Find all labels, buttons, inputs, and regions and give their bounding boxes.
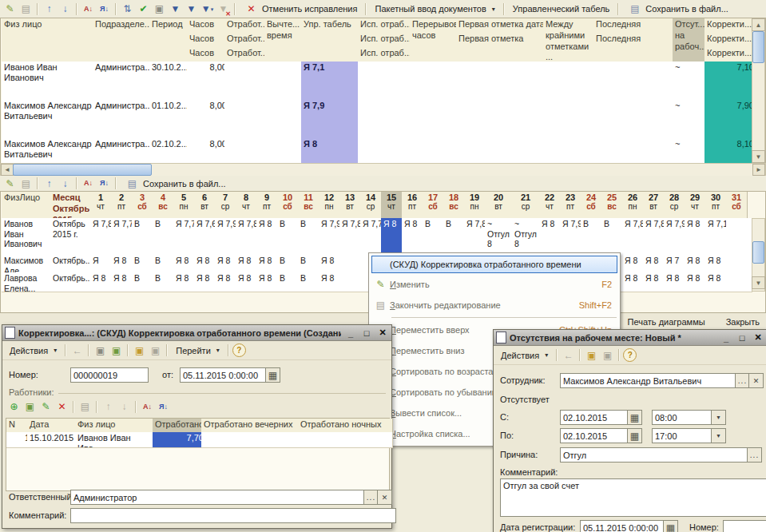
day-header-9[interactable]: 9пт	[256, 192, 278, 219]
create-based-on-icon[interactable]: ▣	[584, 348, 599, 362]
day-header-19[interactable]: 19пн	[464, 192, 486, 219]
day-header-14[interactable]: 14ср	[360, 192, 382, 219]
add-row-icon[interactable]: ⊕	[6, 400, 22, 414]
filter-icon[interactable]: ▼	[168, 2, 183, 16]
save-icon[interactable]: ▤	[77, 400, 93, 414]
grid1-cell-chasov[interactable]: 8,00	[187, 62, 230, 102]
day-header-29[interactable]: 29чт	[685, 192, 706, 219]
create-based-on-icon[interactable]: ▣	[132, 343, 147, 357]
grid1-cell-podr[interactable]: Администра...	[93, 62, 155, 102]
clear-icon[interactable]	[377, 490, 392, 505]
scroll-up-icon[interactable]: ▲	[752, 18, 765, 31]
management-timesheet-button[interactable]: Управленческий табель	[508, 2, 615, 15]
comment-field[interactable]	[70, 508, 396, 523]
day-header-30[interactable]: 30пт	[705, 192, 727, 219]
grid1-cell-chasov[interactable]: 8,00	[187, 138, 230, 165]
clear-filter-icon[interactable]: ▼✕	[216, 2, 231, 16]
menu-item[interactable]: ▤Закончить редактированиеShift+F2	[371, 295, 618, 316]
copy-icon[interactable]: ▣	[93, 343, 108, 357]
workers-table-cell[interactable]	[298, 432, 393, 448]
number-field[interactable]: 000000019	[70, 367, 149, 383]
sort-descending-icon[interactable]: Я↓	[97, 2, 112, 16]
edit-row-icon[interactable]: ✎	[38, 400, 54, 414]
day-header-22[interactable]: 22чт	[539, 192, 561, 219]
batch-input-button[interactable]: Пакетный ввод документов	[370, 2, 499, 15]
save-icon[interactable]: ▤	[18, 177, 34, 190]
scroll-thumb[interactable]	[13, 164, 152, 176]
grid1-cell-period[interactable]: 02.10.2...	[149, 138, 192, 165]
chevron-down-icon[interactable]	[711, 428, 726, 443]
goto-button[interactable]: Перейти	[171, 344, 224, 357]
day-cell[interactable]	[726, 272, 752, 292]
scroll-thumb[interactable]	[752, 31, 764, 63]
grid2-header-fiz[interactable]: ФизЛицо	[2, 192, 56, 220]
minimize-button[interactable]	[720, 333, 732, 343]
edit-icon[interactable]: ✎	[2, 2, 18, 16]
grid2-cell-month[interactable]: Октябрь 2015 г.	[50, 218, 96, 257]
close-form-button[interactable]: Закрыть	[720, 316, 766, 328]
copy-row-icon[interactable]: ▣	[22, 400, 38, 414]
day-header-27[interactable]: 27вт	[643, 192, 665, 219]
day-header-2[interactable]: 2пт	[111, 192, 133, 219]
day-header-20[interactable]: 20вт	[485, 192, 513, 219]
day-header-31[interactable]: 31сб	[726, 192, 748, 219]
grid1-cell-fiz[interactable]: Максимов Александр Витальевич	[2, 100, 98, 141]
move-down-icon[interactable]: ↓	[58, 2, 73, 16]
grid1-cell-podr[interactable]: Администра...	[93, 138, 155, 165]
save-file-icon[interactable]: ▤	[627, 2, 642, 16]
day-header-7[interactable]: 7ср	[215, 192, 236, 219]
maximize-button[interactable]	[736, 333, 748, 343]
calendar-icon[interactable]	[663, 520, 678, 532]
sort-ascending-icon[interactable]: А↓	[81, 177, 96, 190]
from-date-field[interactable]: 02.10.2015	[560, 410, 633, 425]
scroll-down-icon[interactable]: ▼	[752, 150, 765, 163]
write-arrow-icon[interactable]: ←	[561, 348, 576, 362]
grid1-cell-isp[interactable]	[358, 100, 415, 141]
grid1-cell-between[interactable]	[543, 100, 599, 141]
day-header-6[interactable]: 6вт	[194, 192, 216, 219]
choose-button[interactable]	[747, 447, 762, 463]
workers-table-cell[interactable]	[201, 432, 304, 448]
to-date-field[interactable]: 02.10.2015	[560, 428, 633, 443]
workers-table-cell[interactable]: 7,70	[153, 432, 207, 448]
day-header-17[interactable]: 17сб	[423, 192, 444, 219]
chevron-down-icon[interactable]	[711, 410, 726, 425]
registration-date-field[interactable]: 05.11.2015 0:00:00	[580, 520, 669, 532]
context-menu-header[interactable]: (СКУД) Корректировка отработанного време…	[371, 256, 617, 273]
day-header-26[interactable]: 26пн	[622, 192, 644, 219]
restructure-icon[interactable]: ⇅	[120, 2, 135, 16]
grid2-cell-fiz[interactable]: Иванов Иван Иванович	[2, 218, 56, 257]
actions-button[interactable]: Действия	[496, 349, 553, 362]
move-up-icon[interactable]: ↑	[42, 177, 57, 190]
sort-ascending-icon[interactable]: А↓	[140, 400, 155, 414]
absence-dialog-titlebar[interactable]: Отсутствия на рабочем месте: Новый *	[494, 330, 766, 346]
day-header-16[interactable]: 16пт	[402, 192, 423, 219]
day-header-21[interactable]: 21ср	[512, 192, 540, 219]
grid1-cell-pereryv[interactable]	[410, 62, 462, 102]
help-icon[interactable]: ?	[232, 343, 246, 357]
save-icon[interactable]: ▤	[373, 299, 388, 312]
grid1-header-podr[interactable]: Подразделе...	[93, 18, 155, 64]
actions-button[interactable]: Действия	[5, 344, 62, 357]
grid1-cell-last[interactable]	[593, 62, 678, 102]
grid1-cell-first[interactable]	[456, 138, 549, 165]
day-header-1[interactable]: 1чт	[90, 192, 112, 219]
grid2-cell-month[interactable]: Октябрь...	[50, 272, 96, 292]
grid1-cell-isp[interactable]	[358, 62, 415, 102]
document-icon[interactable]: ▣	[148, 343, 163, 357]
calendar-icon[interactable]	[627, 428, 642, 443]
date-field[interactable]: 05.11.2015 0:00:00	[180, 367, 271, 383]
grid1-hscrollbar[interactable]: ◄►	[0, 163, 766, 177]
reason-field[interactable]: Отгул	[560, 447, 752, 463]
menu-item[interactable]: ✎ИзменитьF2	[371, 274, 618, 295]
correction-dialog-titlebar[interactable]: Корректировка...: (СКУД) Корректировка о…	[2, 325, 391, 341]
grid1-cell-period[interactable]: 01.10.2...	[149, 100, 192, 141]
day-header-12[interactable]: 12пн	[319, 192, 340, 219]
day-header-4[interactable]: 4вс	[153, 192, 174, 219]
post-document-icon[interactable]: ✔	[136, 2, 151, 16]
grid1-cell-upr[interactable]: Я 8	[301, 138, 363, 165]
grid1-cell-korr[interactable]: 8,10	[704, 138, 757, 165]
grid1-header-between[interactable]: Между крайними отметками ...	[543, 18, 599, 64]
maximize-button[interactable]	[360, 328, 373, 338]
grid1-header-period[interactable]: Период	[149, 18, 192, 64]
